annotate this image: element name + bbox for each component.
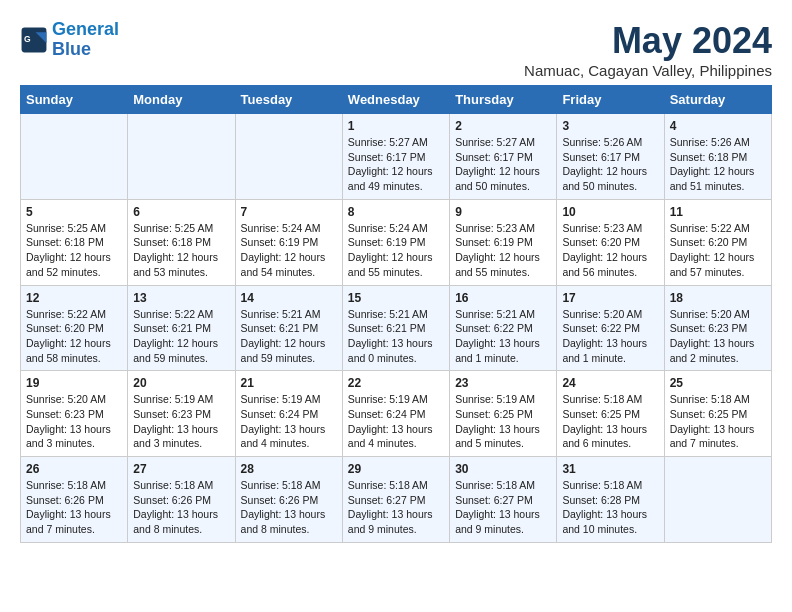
day-info: Sunrise: 5:25 AMSunset: 6:18 PMDaylight:… — [26, 221, 122, 280]
day-number: 2 — [455, 119, 551, 133]
day-number: 30 — [455, 462, 551, 476]
day-info: Sunrise: 5:18 AMSunset: 6:26 PMDaylight:… — [241, 478, 337, 537]
day-cell — [128, 114, 235, 200]
day-number: 16 — [455, 291, 551, 305]
day-info: Sunrise: 5:18 AMSunset: 6:26 PMDaylight:… — [26, 478, 122, 537]
day-cell: 2Sunrise: 5:27 AMSunset: 6:17 PMDaylight… — [450, 114, 557, 200]
day-info: Sunrise: 5:23 AMSunset: 6:20 PMDaylight:… — [562, 221, 658, 280]
week-row-2: 5Sunrise: 5:25 AMSunset: 6:18 PMDaylight… — [21, 199, 772, 285]
day-cell: 8Sunrise: 5:24 AMSunset: 6:19 PMDaylight… — [342, 199, 449, 285]
day-number: 20 — [133, 376, 229, 390]
day-number: 9 — [455, 205, 551, 219]
day-cell: 12Sunrise: 5:22 AMSunset: 6:20 PMDayligh… — [21, 285, 128, 371]
day-cell: 21Sunrise: 5:19 AMSunset: 6:24 PMDayligh… — [235, 371, 342, 457]
day-cell: 23Sunrise: 5:19 AMSunset: 6:25 PMDayligh… — [450, 371, 557, 457]
title-area: May 2024 Namuac, Cagayan Valley, Philipp… — [524, 20, 772, 79]
day-cell: 28Sunrise: 5:18 AMSunset: 6:26 PMDayligh… — [235, 457, 342, 543]
day-number: 27 — [133, 462, 229, 476]
day-info: Sunrise: 5:18 AMSunset: 6:27 PMDaylight:… — [455, 478, 551, 537]
day-info: Sunrise: 5:20 AMSunset: 6:23 PMDaylight:… — [26, 392, 122, 451]
col-friday: Friday — [557, 86, 664, 114]
day-info: Sunrise: 5:25 AMSunset: 6:18 PMDaylight:… — [133, 221, 229, 280]
day-number: 31 — [562, 462, 658, 476]
header-row: Sunday Monday Tuesday Wednesday Thursday… — [21, 86, 772, 114]
col-tuesday: Tuesday — [235, 86, 342, 114]
day-cell: 19Sunrise: 5:20 AMSunset: 6:23 PMDayligh… — [21, 371, 128, 457]
day-number: 26 — [26, 462, 122, 476]
day-info: Sunrise: 5:18 AMSunset: 6:25 PMDaylight:… — [562, 392, 658, 451]
svg-text:G: G — [24, 33, 31, 43]
calendar-subtitle: Namuac, Cagayan Valley, Philippines — [524, 62, 772, 79]
day-cell: 30Sunrise: 5:18 AMSunset: 6:27 PMDayligh… — [450, 457, 557, 543]
day-number: 10 — [562, 205, 658, 219]
day-info: Sunrise: 5:23 AMSunset: 6:19 PMDaylight:… — [455, 221, 551, 280]
day-number: 18 — [670, 291, 766, 305]
day-number: 8 — [348, 205, 444, 219]
day-cell — [664, 457, 771, 543]
day-number: 1 — [348, 119, 444, 133]
day-number: 5 — [26, 205, 122, 219]
day-cell: 22Sunrise: 5:19 AMSunset: 6:24 PMDayligh… — [342, 371, 449, 457]
day-cell: 6Sunrise: 5:25 AMSunset: 6:18 PMDaylight… — [128, 199, 235, 285]
day-number: 11 — [670, 205, 766, 219]
day-number: 22 — [348, 376, 444, 390]
day-cell: 24Sunrise: 5:18 AMSunset: 6:25 PMDayligh… — [557, 371, 664, 457]
day-cell: 7Sunrise: 5:24 AMSunset: 6:19 PMDaylight… — [235, 199, 342, 285]
day-cell: 10Sunrise: 5:23 AMSunset: 6:20 PMDayligh… — [557, 199, 664, 285]
calendar-table: Sunday Monday Tuesday Wednesday Thursday… — [20, 85, 772, 543]
day-info: Sunrise: 5:27 AMSunset: 6:17 PMDaylight:… — [348, 135, 444, 194]
day-info: Sunrise: 5:18 AMSunset: 6:28 PMDaylight:… — [562, 478, 658, 537]
week-row-4: 19Sunrise: 5:20 AMSunset: 6:23 PMDayligh… — [21, 371, 772, 457]
week-row-5: 26Sunrise: 5:18 AMSunset: 6:26 PMDayligh… — [21, 457, 772, 543]
day-info: Sunrise: 5:26 AMSunset: 6:18 PMDaylight:… — [670, 135, 766, 194]
day-cell: 5Sunrise: 5:25 AMSunset: 6:18 PMDaylight… — [21, 199, 128, 285]
day-info: Sunrise: 5:18 AMSunset: 6:27 PMDaylight:… — [348, 478, 444, 537]
day-info: Sunrise: 5:19 AMSunset: 6:23 PMDaylight:… — [133, 392, 229, 451]
day-info: Sunrise: 5:21 AMSunset: 6:21 PMDaylight:… — [241, 307, 337, 366]
week-row-1: 1Sunrise: 5:27 AMSunset: 6:17 PMDaylight… — [21, 114, 772, 200]
day-cell: 3Sunrise: 5:26 AMSunset: 6:17 PMDaylight… — [557, 114, 664, 200]
day-cell: 18Sunrise: 5:20 AMSunset: 6:23 PMDayligh… — [664, 285, 771, 371]
day-number: 13 — [133, 291, 229, 305]
day-cell: 29Sunrise: 5:18 AMSunset: 6:27 PMDayligh… — [342, 457, 449, 543]
day-number: 4 — [670, 119, 766, 133]
week-row-3: 12Sunrise: 5:22 AMSunset: 6:20 PMDayligh… — [21, 285, 772, 371]
day-info: Sunrise: 5:19 AMSunset: 6:24 PMDaylight:… — [348, 392, 444, 451]
day-cell: 9Sunrise: 5:23 AMSunset: 6:19 PMDaylight… — [450, 199, 557, 285]
col-monday: Monday — [128, 86, 235, 114]
day-cell: 17Sunrise: 5:20 AMSunset: 6:22 PMDayligh… — [557, 285, 664, 371]
day-number: 21 — [241, 376, 337, 390]
day-cell: 14Sunrise: 5:21 AMSunset: 6:21 PMDayligh… — [235, 285, 342, 371]
day-cell: 26Sunrise: 5:18 AMSunset: 6:26 PMDayligh… — [21, 457, 128, 543]
day-cell: 11Sunrise: 5:22 AMSunset: 6:20 PMDayligh… — [664, 199, 771, 285]
day-info: Sunrise: 5:27 AMSunset: 6:17 PMDaylight:… — [455, 135, 551, 194]
day-info: Sunrise: 5:22 AMSunset: 6:20 PMDaylight:… — [26, 307, 122, 366]
day-info: Sunrise: 5:24 AMSunset: 6:19 PMDaylight:… — [348, 221, 444, 280]
day-cell: 15Sunrise: 5:21 AMSunset: 6:21 PMDayligh… — [342, 285, 449, 371]
day-number: 25 — [670, 376, 766, 390]
col-saturday: Saturday — [664, 86, 771, 114]
day-info: Sunrise: 5:18 AMSunset: 6:25 PMDaylight:… — [670, 392, 766, 451]
header: G General Blue May 2024 Namuac, Cagayan … — [20, 20, 772, 79]
col-thursday: Thursday — [450, 86, 557, 114]
day-info: Sunrise: 5:22 AMSunset: 6:20 PMDaylight:… — [670, 221, 766, 280]
day-number: 3 — [562, 119, 658, 133]
day-number: 17 — [562, 291, 658, 305]
day-cell — [235, 114, 342, 200]
day-cell: 31Sunrise: 5:18 AMSunset: 6:28 PMDayligh… — [557, 457, 664, 543]
day-info: Sunrise: 5:26 AMSunset: 6:17 PMDaylight:… — [562, 135, 658, 194]
day-number: 19 — [26, 376, 122, 390]
day-info: Sunrise: 5:21 AMSunset: 6:22 PMDaylight:… — [455, 307, 551, 366]
day-info: Sunrise: 5:19 AMSunset: 6:25 PMDaylight:… — [455, 392, 551, 451]
day-number: 29 — [348, 462, 444, 476]
day-cell: 13Sunrise: 5:22 AMSunset: 6:21 PMDayligh… — [128, 285, 235, 371]
day-info: Sunrise: 5:22 AMSunset: 6:21 PMDaylight:… — [133, 307, 229, 366]
day-number: 15 — [348, 291, 444, 305]
col-sunday: Sunday — [21, 86, 128, 114]
day-number: 7 — [241, 205, 337, 219]
day-number: 28 — [241, 462, 337, 476]
day-info: Sunrise: 5:20 AMSunset: 6:23 PMDaylight:… — [670, 307, 766, 366]
day-cell: 20Sunrise: 5:19 AMSunset: 6:23 PMDayligh… — [128, 371, 235, 457]
day-cell: 25Sunrise: 5:18 AMSunset: 6:25 PMDayligh… — [664, 371, 771, 457]
day-cell: 1Sunrise: 5:27 AMSunset: 6:17 PMDaylight… — [342, 114, 449, 200]
